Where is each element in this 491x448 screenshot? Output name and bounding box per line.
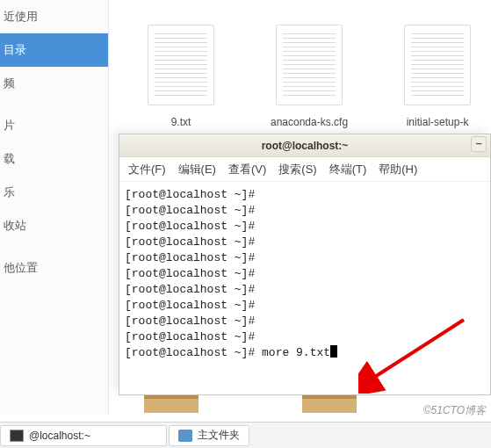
taskbar-item-label: @localhost:~ xyxy=(29,430,90,442)
sidebar-item-videos[interactable]: 频 xyxy=(0,67,108,100)
sidebar-item-music[interactable]: 乐 xyxy=(0,176,108,209)
terminal-cursor xyxy=(330,345,337,358)
file-manager-sidebar: 近使用 目录 频 片 载 乐 收站 他位置 xyxy=(0,0,109,415)
watermark: ©51CTO博客 xyxy=(423,403,486,418)
taskbar-item-terminal[interactable]: @localhost:~ xyxy=(0,425,167,446)
text-document-icon xyxy=(404,25,471,105)
menu-terminal[interactable]: 终端(T) xyxy=(329,162,367,177)
folder-icon xyxy=(178,430,192,442)
sidebar-item-other-locations[interactable]: 他位置 xyxy=(0,251,108,285)
sidebar-item-downloads[interactable]: 载 xyxy=(0,142,108,176)
file-label: initial-setup-k xyxy=(404,116,471,128)
file-item[interactable]: anaconda-ks.cfg xyxy=(271,25,348,128)
menu-search[interactable]: 搜索(S) xyxy=(278,162,316,177)
taskbar: @localhost:~ 主文件夹 xyxy=(0,422,491,448)
file-item[interactable]: initial-setup-k xyxy=(404,25,471,128)
terminal-title: root@localhost:~ xyxy=(262,140,349,152)
text-document-icon xyxy=(276,25,343,105)
menu-edit[interactable]: 编辑(E) xyxy=(178,162,216,177)
folder-icon[interactable] xyxy=(302,395,357,413)
minimize-button[interactable]: – xyxy=(471,136,487,152)
taskbar-item-files[interactable]: 主文件夹 xyxy=(169,425,249,446)
terminal-menubar: 文件(F) 编辑(E) 查看(V) 搜索(S) 终端(T) 帮助(H) xyxy=(119,157,490,182)
sidebar-item-pictures[interactable]: 片 xyxy=(0,109,108,142)
sidebar-item-recent[interactable]: 近使用 xyxy=(0,0,108,33)
menu-help[interactable]: 帮助(H) xyxy=(379,162,417,177)
file-item[interactable]: 9.txt xyxy=(148,25,214,128)
sidebar-item-trash[interactable]: 收站 xyxy=(0,209,108,242)
terminal-output[interactable]: [root@localhost ~]# [root@localhost ~]# … xyxy=(119,182,490,366)
terminal-window: root@localhost:~ – 文件(F) 编辑(E) 查看(V) 搜索(… xyxy=(119,134,491,395)
terminal-titlebar[interactable]: root@localhost:~ – xyxy=(119,134,490,157)
taskbar-item-label: 主文件夹 xyxy=(198,428,240,443)
file-label: anaconda-ks.cfg xyxy=(271,116,348,128)
folder-icon[interactable] xyxy=(144,395,199,413)
menu-file[interactable]: 文件(F) xyxy=(128,162,166,177)
folder-row xyxy=(144,395,357,413)
text-document-icon xyxy=(148,25,214,105)
sidebar-item-home[interactable]: 目录 xyxy=(0,33,108,67)
terminal-icon xyxy=(10,430,24,442)
file-label: 9.txt xyxy=(148,116,214,128)
menu-view[interactable]: 查看(V) xyxy=(228,162,266,177)
file-grid: 9.txt anaconda-ks.cfg initial-setup-k xyxy=(109,0,491,128)
